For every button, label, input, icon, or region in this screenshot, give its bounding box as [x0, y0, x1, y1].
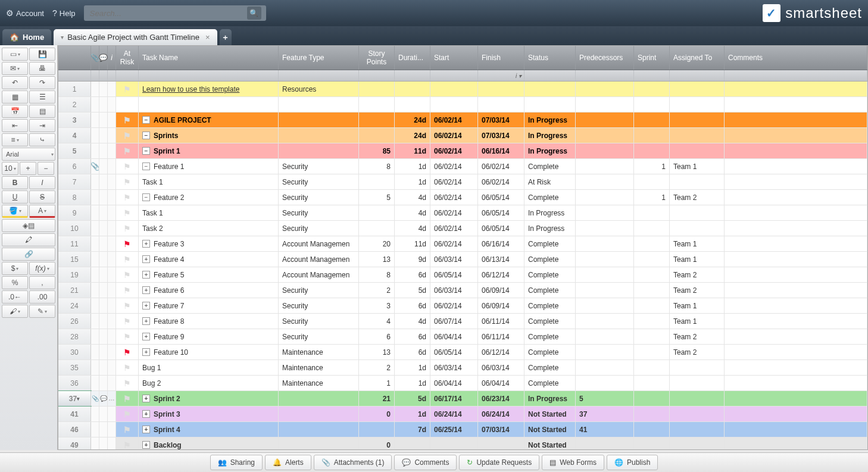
task-cell[interactable]: −Feature 2 [139, 190, 279, 205]
status-cell[interactable]: Complete [524, 329, 576, 344]
pred-cell[interactable] [576, 143, 634, 158]
task-cell[interactable]: +Sprint 3 [139, 407, 279, 421]
table-row[interactable]: 7⚑Task 1Security1d06/02/1406/02/14At Ris… [58, 174, 867, 190]
tab-close-icon[interactable]: × [205, 33, 210, 42]
feature-type-cell[interactable] [279, 422, 359, 437]
pred-cell[interactable] [576, 267, 634, 282]
comments-button[interactable]: 💬Comments [394, 455, 457, 470]
header-feature-type[interactable]: Feature Type [279, 46, 359, 70]
task-cell[interactable]: +Sprint 2 [139, 391, 279, 406]
sprint-cell[interactable] [634, 252, 670, 267]
table-row[interactable]: 9⚑Task 1Security4d06/02/1406/05/14In Pro… [58, 205, 867, 221]
expand-icon[interactable]: + [142, 333, 150, 340]
comments-cell[interactable] [725, 112, 867, 127]
decrease-decimal-button[interactable]: .0← [2, 290, 28, 304]
row-flag[interactable]: ⚑ [116, 190, 139, 205]
pred-cell[interactable] [576, 159, 634, 174]
outdent-button[interactable]: ⇤ [2, 119, 28, 132]
feature-type-cell[interactable]: Maintenance [279, 376, 359, 390]
start-cell[interactable]: 06/02/14 [430, 128, 478, 143]
start-cell[interactable]: 06/25/14 [430, 422, 478, 437]
assigned-cell[interactable] [670, 437, 725, 449]
row-info-icon[interactable] [108, 329, 116, 344]
assigned-cell[interactable] [670, 360, 725, 375]
row-flag[interactable]: ⚑ [116, 391, 139, 406]
duration-cell[interactable]: 6d [395, 345, 430, 360]
story-cell[interactable] [359, 97, 395, 112]
expand-icon[interactable]: − [142, 147, 150, 155]
assigned-cell[interactable]: Team 1 [670, 236, 725, 251]
story-cell[interactable]: 8 [359, 159, 395, 174]
task-cell[interactable]: −AGILE PROJECT [139, 112, 279, 127]
row-number[interactable]: 41 [58, 407, 91, 421]
finish-cell[interactable]: 06/23/14 [478, 391, 524, 406]
row-comment-icon[interactable] [99, 82, 108, 96]
font-select[interactable]: Arial▾ [2, 148, 55, 161]
finish-cell[interactable]: 06/04/14 [478, 376, 524, 390]
task-cell[interactable]: −Sprints [139, 128, 279, 143]
row-number[interactable]: 35 [58, 360, 91, 375]
comments-cell[interactable] [725, 252, 867, 267]
expand-icon[interactable]: − [142, 193, 150, 201]
finish-cell[interactable]: 06/13/14 [478, 252, 524, 267]
finish-cell[interactable]: 06/05/14 [478, 205, 524, 220]
row-number[interactable]: 5 [58, 143, 91, 158]
row-attach-icon[interactable] [91, 314, 99, 329]
assigned-cell[interactable]: Team 2 [670, 190, 725, 205]
status-cell[interactable]: Complete [524, 314, 576, 329]
currency-button[interactable]: $▾ [2, 262, 28, 275]
duration-cell[interactable]: 24d [395, 128, 430, 143]
feature-type-cell[interactable]: Security [279, 329, 359, 344]
row-number[interactable]: 49 [58, 437, 91, 449]
start-cell[interactable]: 06/17/14 [430, 391, 478, 406]
grid-body[interactable]: 1⚑Learn how to use this templateResource… [58, 82, 867, 449]
attachments-button[interactable]: 📎Attachments (1) [314, 455, 392, 470]
redo-button[interactable]: ↷ [29, 76, 55, 89]
pred-cell[interactable]: 41 [576, 422, 634, 437]
table-row[interactable]: 41⚑+Sprint 301d06/24/1406/24/14Not Start… [58, 407, 867, 422]
row-number[interactable]: 26 [58, 314, 91, 329]
story-cell[interactable]: 0 [359, 407, 395, 421]
row-flag[interactable]: ⚑ [116, 112, 139, 127]
sprint-cell[interactable] [634, 422, 670, 437]
pred-cell[interactable] [576, 236, 634, 251]
row-attach-icon[interactable] [91, 252, 99, 267]
row-attach-icon[interactable] [91, 174, 99, 189]
row-info-icon[interactable] [108, 97, 116, 112]
row-attach-icon[interactable]: 📎 [91, 159, 99, 174]
conditional-format-button[interactable]: ◈▤ [2, 219, 55, 232]
duration-cell[interactable]: 5d [395, 283, 430, 298]
feature-type-cell[interactable]: Maintenance [279, 345, 359, 360]
table-row[interactable]: 28⚑+Feature 9Security66d06/04/1406/11/14… [58, 329, 867, 345]
updates-button[interactable]: ↻Update Requests [459, 455, 539, 470]
row-info-icon[interactable] [108, 314, 116, 329]
table-row[interactable]: 37 ▾📎💬…⚑+Sprint 2215d06/17/1406/23/14In … [58, 391, 867, 407]
row-info-icon[interactable] [108, 221, 116, 236]
status-cell[interactable] [524, 82, 576, 96]
status-cell[interactable]: Complete [524, 236, 576, 251]
start-cell[interactable]: 06/07/14 [430, 314, 478, 329]
task-cell[interactable]: +Feature 10 [139, 345, 279, 360]
pred-cell[interactable]: 37 [576, 407, 634, 421]
header-info-italic-icon[interactable]: i [108, 46, 116, 70]
header-attach-icon[interactable]: 📎 [91, 46, 99, 70]
expand-icon[interactable]: − [142, 162, 150, 170]
row-info-icon[interactable] [108, 422, 116, 437]
expand-icon[interactable]: + [142, 395, 150, 402]
sprint-cell[interactable] [634, 82, 670, 96]
pred-cell[interactable] [576, 205, 634, 220]
tab-home[interactable]: 🏠Home [2, 29, 51, 45]
row-comment-icon[interactable] [99, 143, 108, 158]
finish-cell[interactable] [478, 82, 524, 96]
row-flag[interactable]: ⚑ [116, 298, 139, 313]
comments-cell[interactable] [725, 143, 867, 158]
comments-cell[interactable] [725, 345, 867, 360]
expand-icon[interactable]: + [142, 317, 150, 325]
status-cell[interactable]: In Progress [524, 143, 576, 158]
table-row[interactable]: 10⚑Task 2Security4d06/02/1406/05/14In Pr… [58, 221, 867, 236]
row-info-icon[interactable] [108, 376, 116, 390]
tab-add[interactable]: ＋ [220, 29, 232, 45]
comments-cell[interactable] [725, 298, 867, 313]
finish-cell[interactable]: 07/03/14 [478, 422, 524, 437]
story-cell[interactable]: 13 [359, 345, 395, 360]
